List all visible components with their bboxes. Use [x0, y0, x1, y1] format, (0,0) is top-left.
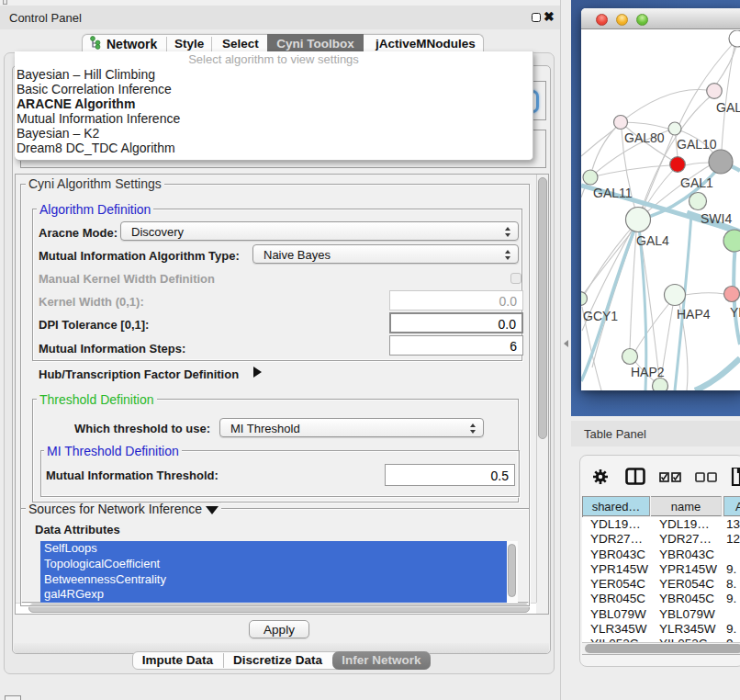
svg-text:GAL4: GAL4 — [636, 233, 669, 248]
svg-text:GCY1: GCY1 — [583, 309, 618, 323]
svg-text:GAL11: GAL11 — [593, 186, 633, 200]
svg-text:GAL10: GAL10 — [677, 137, 717, 152]
svg-text:YE: YE — [730, 305, 740, 320]
svg-text:GAL7: GAL7 — [716, 100, 740, 115]
svg-text:HAP4: HAP4 — [677, 307, 711, 322]
svg-text:GAL80: GAL80 — [624, 130, 665, 145]
svg-text:SWI4: SWI4 — [701, 211, 732, 226]
svg-text:GAL1: GAL1 — [680, 175, 713, 190]
svg-text:HAP2: HAP2 — [631, 365, 665, 379]
